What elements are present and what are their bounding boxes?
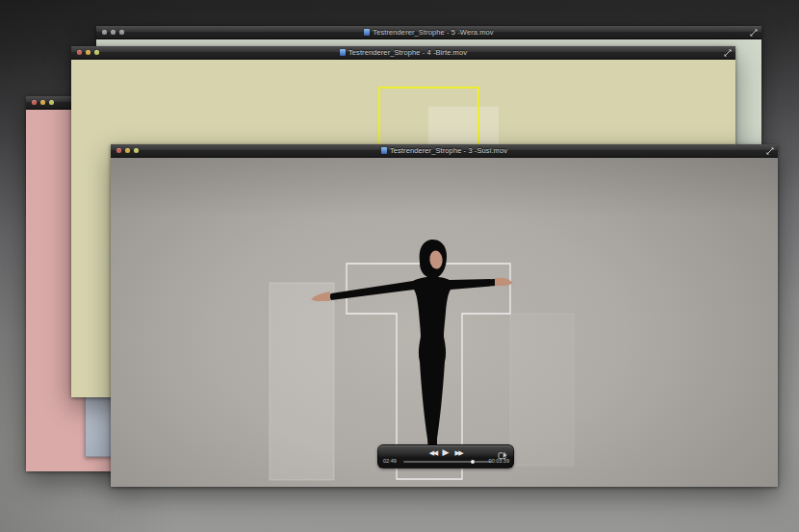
desktop: Testrenderer_Strophe - 5 -Wera.mov [0, 0, 799, 532]
resize-icon[interactable] [750, 29, 758, 37]
scrubber-track[interactable] [403, 461, 492, 463]
close-icon[interactable] [77, 50, 82, 55]
video-frame [111, 158, 778, 487]
pink-traffic-lights [32, 100, 54, 105]
zoom-icon[interactable] [94, 50, 99, 55]
wera-window-title: Testrenderer_Strophe - 5 -Wera.mov [96, 28, 761, 37]
minimize-icon[interactable] [86, 50, 90, 55]
close-icon[interactable] [116, 148, 121, 153]
zoom-icon[interactable] [49, 100, 54, 105]
playback-controller[interactable]: ◀◀ ▶ ▶▶ 02:49 [377, 444, 514, 469]
total-time: 00:03:39 [489, 458, 509, 464]
susi-traffic-lights [116, 148, 139, 153]
quicktime-doc-icon [364, 29, 370, 36]
birte-window-title: Testrenderer_Strophe - 4 -Birte.mov [71, 48, 735, 57]
susi-video-area: ◀◀ ▶ ▶▶ 02:49 [111, 158, 778, 487]
dancer-figure [329, 269, 497, 457]
rewind-icon: ◀◀ [429, 449, 437, 456]
fast-forward-button[interactable]: ▶▶ [454, 449, 462, 456]
susi-window-title: Testrenderer_Strophe - 3 -Susi.mov [111, 146, 778, 155]
wera-traffic-lights [102, 30, 124, 35]
fast-forward-icon: ▶▶ [454, 449, 462, 456]
fullscreen-button[interactable] [498, 448, 508, 457]
zoom-icon[interactable] [119, 30, 124, 35]
resize-icon[interactable] [724, 49, 732, 57]
playhead-handle[interactable] [471, 460, 475, 464]
resize-icon[interactable] [766, 147, 774, 155]
timeline: 02:49 00:03:39 [378, 457, 513, 466]
backdrop-panel-left [270, 283, 334, 480]
birte-titlebar[interactable]: Testrenderer_Strophe - 4 -Birte.mov [71, 46, 735, 60]
wera-titlebar[interactable]: Testrenderer_Strophe - 5 -Wera.mov [96, 26, 761, 39]
close-icon[interactable] [32, 100, 37, 105]
rewind-button[interactable]: ◀◀ [429, 449, 437, 456]
window-susi[interactable]: Testrenderer_Strophe - 3 -Susi.mov [111, 144, 778, 487]
susi-title-text: Testrenderer_Strophe - 3 -Susi.mov [390, 146, 507, 155]
play-button[interactable]: ▶ [443, 448, 450, 457]
quicktime-doc-icon [381, 147, 387, 154]
play-icon: ▶ [443, 447, 450, 457]
elapsed-time: 02:49 [383, 458, 397, 464]
backdrop-panel-right [510, 314, 574, 466]
minimize-icon[interactable] [111, 30, 116, 35]
quicktime-doc-icon [340, 49, 346, 56]
close-icon[interactable] [102, 30, 107, 35]
susi-titlebar[interactable]: Testrenderer_Strophe - 3 -Susi.mov [111, 144, 778, 158]
birte-title-text: Testrenderer_Strophe - 4 -Birte.mov [348, 48, 467, 57]
wera-title-text: Testrenderer_Strophe - 5 -Wera.mov [373, 28, 493, 37]
birte-traffic-lights [77, 50, 99, 55]
minimize-icon[interactable] [125, 148, 130, 153]
zoom-icon[interactable] [134, 148, 139, 153]
minimize-icon[interactable] [40, 100, 45, 105]
